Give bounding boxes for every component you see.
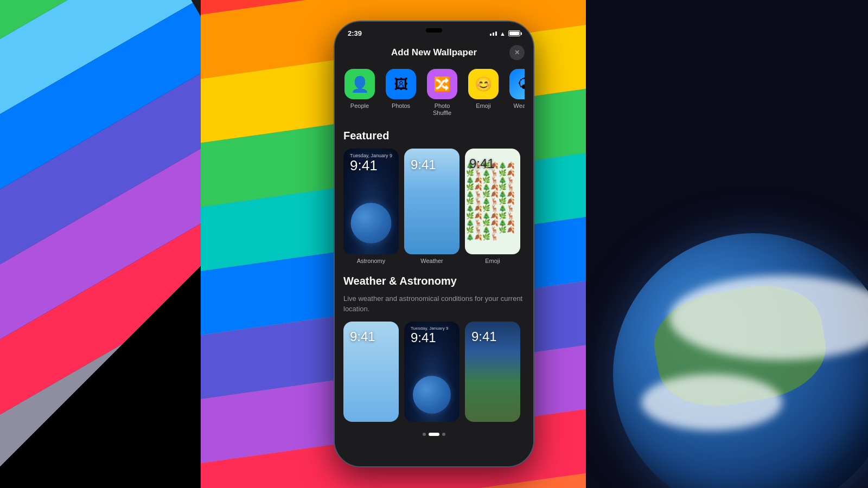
photos-icon[interactable]: 🖼 <box>386 69 416 99</box>
featured-card-weather[interactable]: 9:41 Weather <box>404 149 459 264</box>
weather-label: Weather <box>404 258 459 264</box>
featured-section: Featured Tuesday, January 9 9:41 Astrono… <box>343 130 525 264</box>
category-scroll[interactable]: 👤 People 🖼 Photos 🔀 Phot <box>343 69 525 121</box>
category-label-people: People <box>350 102 369 110</box>
category-item-people[interactable]: 👤 People <box>343 69 376 117</box>
featured-wallpaper-scroll[interactable]: Tuesday, January 9 9:41 Astronomy 9:41 <box>343 149 525 264</box>
wa-astro-time: 9:41 <box>411 330 436 345</box>
wa-astro-preview: Tuesday, January 9 9:41 <box>404 322 459 422</box>
astronomy-preview: Tuesday, January 9 9:41 <box>343 149 399 254</box>
status-icons: ▲ <box>490 30 520 37</box>
photo-shuffle-icon[interactable]: 🔀 <box>427 69 457 99</box>
featured-card-astronomy[interactable]: Tuesday, January 9 9:41 Astronomy <box>343 149 399 264</box>
astronomy-time: 9:41 <box>350 157 378 174</box>
close-button[interactable]: ✕ <box>509 45 525 60</box>
bg-right-panel <box>586 0 868 488</box>
wa-coast-time: 9:41 <box>471 329 497 344</box>
wa-blue-preview: 9:41 <box>343 322 399 422</box>
category-item-weather[interactable]: 🌤 Weath... <box>508 69 525 117</box>
phone-frame: 2:39 ▲ <box>334 21 534 467</box>
modal-title: Add New Wallpaper <box>359 47 509 58</box>
modal-content: Add New Wallpaper ✕ 👤 People 🖼 <box>335 41 533 445</box>
weather-astronomy-title: Weather & Astronomy <box>343 275 525 287</box>
wa-card-astronomy[interactable]: Tuesday, January 9 9:41 <box>404 322 459 422</box>
signal-icon <box>490 31 497 36</box>
wa-card-blue[interactable]: 9:41 <box>343 322 399 422</box>
category-item-emoji[interactable]: 😊 Emoji <box>467 69 500 117</box>
weather-astronomy-desc: Live weather and astronomical conditions… <box>343 294 525 313</box>
category-label-emoji: Emoji <box>476 102 491 110</box>
wa-card-coast[interactable]: 9:41 <box>465 322 520 422</box>
category-label-photo-shuffle: Photo Shuffle <box>426 102 458 117</box>
status-time: 2:39 <box>348 29 362 37</box>
category-label-weather: Weath... <box>514 102 525 110</box>
weather-astronomy-scroll[interactable]: 9:41 Tuesday, January 9 9:41 <box>343 322 525 422</box>
battery-icon <box>508 30 520 36</box>
phone-frame-wrapper: 2:39 ▲ <box>334 21 534 467</box>
wa-blue-time: 9:41 <box>350 329 375 344</box>
emoji-time: 9:41 <box>469 156 495 171</box>
astronomy-earth <box>351 203 392 243</box>
phone-notch <box>426 28 442 33</box>
weather-icon[interactable]: 🌤 <box>509 69 525 99</box>
wifi-icon: ▲ <box>500 30 506 37</box>
emoji-label: Emoji <box>465 258 520 264</box>
indicator-dot-3 <box>442 433 445 436</box>
featured-card-emoji[interactable]: 9:41 🎄🦌🌿🍂🎄🍂🌿🦌🎄🦌🌿🍂🎄🍂🌿🦌🎄🦌🌿🍂🎄🍂🌿🦌🎄🦌🌿🍂🎄🍂🌿🦌🎄🦌🌿… <box>465 149 520 264</box>
bg-left-panel <box>0 0 201 488</box>
emoji-preview: 9:41 🎄🦌🌿🍂🎄🍂🌿🦌🎄🦌🌿🍂🎄🍂🌿🦌🎄🦌🌿🍂🎄🍂🌿🦌🎄🦌🌿🍂🎄🍂🌿🦌🎄🦌🌿… <box>465 149 520 254</box>
people-icon[interactable]: 👤 <box>344 69 375 99</box>
weather-time: 9:41 <box>411 157 436 172</box>
weather-preview: 9:41 <box>404 149 459 254</box>
category-item-photo-shuffle[interactable]: 🔀 Photo Shuffle <box>426 69 458 117</box>
category-item-photos[interactable]: 🖼 Photos <box>385 69 417 117</box>
indicator-dot-1 <box>423 433 426 436</box>
earth-globe <box>613 233 868 488</box>
weather-astronomy-section: Weather & Astronomy Live weather and ast… <box>343 275 525 435</box>
category-label-photos: Photos <box>392 102 410 110</box>
phone-screen: 2:39 ▲ <box>335 22 533 466</box>
wa-astro-earth <box>413 376 451 414</box>
featured-title: Featured <box>343 130 525 142</box>
emoji-icon[interactable]: 😊 <box>468 69 499 99</box>
wa-coast-preview: 9:41 <box>465 322 520 422</box>
modal-header: Add New Wallpaper ✕ <box>343 41 525 69</box>
page-indicator <box>343 433 525 436</box>
indicator-dot-2 <box>429 433 439 436</box>
astronomy-label: Astronomy <box>343 258 399 264</box>
